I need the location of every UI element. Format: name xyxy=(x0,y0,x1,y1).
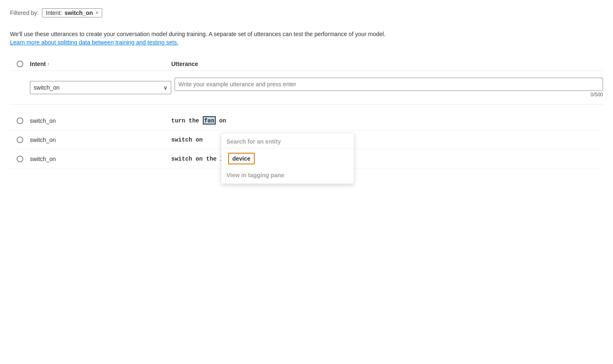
row3-checkbox-col xyxy=(10,156,30,162)
description-block: We'll use these utterances to create you… xyxy=(10,31,550,46)
description-text: We'll use these utterances to create you… xyxy=(10,31,550,37)
filter-bar: Filtered by: Intent: switch_on × xyxy=(10,8,603,17)
header-intent-col[interactable]: Intent ↑ xyxy=(30,61,171,67)
table-header: Intent ↑ Utterance xyxy=(10,57,603,71)
row2-utterance-text: switch on xyxy=(171,137,203,143)
filter-close-icon[interactable]: × xyxy=(96,10,98,15)
chevron-down-icon: ∨ xyxy=(163,84,167,91)
popup-search-placeholder: Search for an entity xyxy=(222,135,354,149)
popup-device-wrapper: device xyxy=(222,149,354,169)
table-row: switch_on turn the fan on Search for an … xyxy=(10,111,603,130)
row1-checkbox-col xyxy=(10,117,30,124)
description-link[interactable]: Learn more about splitting data between … xyxy=(10,39,178,46)
filter-tag-intent-prefix: Intent: xyxy=(46,10,62,16)
filter-label: Filtered by: xyxy=(10,10,39,16)
row3-intent: switch_on xyxy=(30,156,171,162)
popup-view-tagging-pane[interactable]: View in tagging pane xyxy=(222,169,354,182)
row1-utterance-after: on xyxy=(216,117,226,124)
row1-utterance-highlighted[interactable]: fan xyxy=(203,116,216,125)
row2-radio[interactable] xyxy=(17,137,23,143)
row1-utterance-before: turn the xyxy=(171,117,203,124)
popup-device-item[interactable]: device xyxy=(228,153,255,164)
sort-icon[interactable]: ↑ xyxy=(47,61,50,66)
row2-intent: switch_on xyxy=(30,137,171,143)
header-utterance-col: Utterance xyxy=(171,61,603,67)
row2-checkbox-col xyxy=(10,137,30,143)
intent-dropdown[interactable]: switch_on ∨ xyxy=(30,81,171,94)
filter-tag[interactable]: Intent: switch_on × xyxy=(42,8,102,17)
row1-intent: switch_on xyxy=(30,117,171,124)
char-count: 0/500 xyxy=(175,92,603,98)
intent-dropdown-value: switch_on xyxy=(34,84,59,91)
header-checkbox-col xyxy=(10,61,30,67)
row3-radio[interactable] xyxy=(17,156,23,162)
header-radio[interactable] xyxy=(17,61,23,67)
utterance-input-wrapper: 0/500 xyxy=(175,78,603,98)
filter-tag-intent-value: switch_on xyxy=(64,10,93,16)
utterance-input[interactable] xyxy=(175,78,603,91)
row1-utterance: turn the fan on Search for an entity dev… xyxy=(171,117,603,124)
entity-popup: Search for an entity device View in tagg… xyxy=(221,133,354,184)
header-intent-label: Intent xyxy=(30,61,46,67)
input-row: switch_on ∨ 0/500 xyxy=(10,78,603,105)
row1-radio[interactable] xyxy=(17,117,23,124)
